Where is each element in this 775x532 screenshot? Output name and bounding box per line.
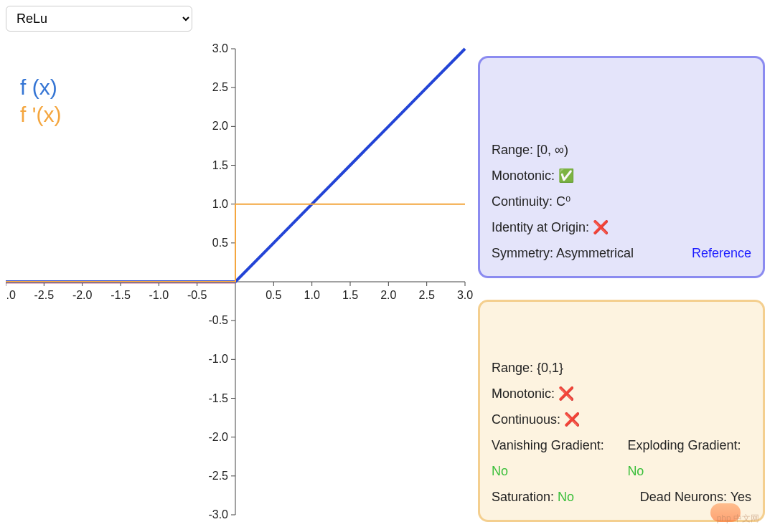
- d-continuous-value: ❌: [564, 412, 580, 427]
- dead-label: Dead Neurons:: [640, 490, 727, 504]
- svg-text:-2.5: -2.5: [34, 289, 55, 301]
- svg-text:0.5: 0.5: [266, 289, 281, 301]
- monotonic-label: Monotonic:: [492, 168, 555, 183]
- svg-text:3.0: 3.0: [457, 289, 473, 301]
- svg-text:-0.5: -0.5: [208, 314, 228, 326]
- svg-text:0.5: 0.5: [212, 237, 228, 249]
- svg-text:1.0: 1.0: [304, 289, 320, 301]
- svg-text:2.5: 2.5: [212, 81, 228, 93]
- svg-text:-1.0: -1.0: [149, 289, 169, 301]
- svg-text:-0.5: -0.5: [187, 289, 207, 301]
- svg-text:-3.0: -3.0: [208, 508, 228, 521]
- svg-text:1.0: 1.0: [212, 198, 228, 210]
- svg-text:-2.0: -2.0: [208, 431, 228, 443]
- reference-link[interactable]: Reference: [692, 240, 751, 266]
- vanishing-value: No: [492, 464, 508, 478]
- continuity-label: Continuity:: [492, 194, 553, 209]
- svg-text:-1.5: -1.5: [111, 289, 131, 301]
- d-range-label: Range:: [492, 361, 533, 375]
- exploding-label: Exploding Gradient:: [627, 438, 741, 452]
- svg-text:2.0: 2.0: [380, 289, 396, 301]
- line-chart: -3.0-2.5-2.0-1.5-1.0-0.50.51.01.52.02.53…: [6, 34, 479, 529]
- function-properties-card: Range: [0, ∞) Monotonic: ✅ Continuity: C…: [478, 56, 765, 278]
- svg-text:2.5: 2.5: [419, 289, 435, 301]
- svg-text:3.0: 3.0: [212, 42, 228, 54]
- exploding-value: No: [627, 464, 644, 478]
- d-monotonic-value: ❌: [558, 386, 574, 401]
- chart-stage: f (x) f '(x) -3.0-2.5-2.0-1.5-1.0-0.50.5…: [6, 34, 769, 529]
- activation-select[interactable]: ReLu: [6, 6, 192, 32]
- vanishing-label: Vanishing Gradient:: [492, 438, 604, 452]
- svg-text:1.5: 1.5: [342, 289, 358, 301]
- monotonic-value: ✅: [558, 168, 574, 183]
- symmetry-value: Asymmetrical: [556, 246, 634, 260]
- d-continuous-label: Continuous:: [492, 412, 560, 427]
- svg-text:2.0: 2.0: [212, 120, 228, 132]
- dead-value: Yes: [731, 490, 751, 504]
- identity-value: ❌: [593, 220, 609, 234]
- range-label: Range:: [492, 143, 533, 157]
- range-value: [0, ∞): [537, 143, 568, 157]
- d-range-value: {0,1}: [537, 361, 563, 375]
- saturation-value: No: [558, 490, 574, 504]
- svg-text:-2.5: -2.5: [208, 470, 228, 482]
- continuity-value: C⁰: [556, 194, 570, 209]
- saturation-label: Saturation:: [492, 490, 554, 504]
- svg-text:1.5: 1.5: [212, 159, 228, 171]
- identity-label: Identity at Origin:: [492, 220, 589, 234]
- svg-text:-1.0: -1.0: [208, 353, 228, 365]
- svg-text:-1.5: -1.5: [208, 392, 228, 404]
- derivative-properties-card: Range: {0,1} Monotonic: ❌ Continuous: ❌ …: [478, 300, 765, 522]
- watermark-text: php 中文网: [717, 513, 759, 525]
- svg-text:-3.0: -3.0: [6, 289, 16, 301]
- d-monotonic-label: Monotonic:: [492, 386, 555, 401]
- symmetry-label: Symmetry:: [492, 246, 553, 260]
- svg-text:-2.0: -2.0: [72, 289, 93, 301]
